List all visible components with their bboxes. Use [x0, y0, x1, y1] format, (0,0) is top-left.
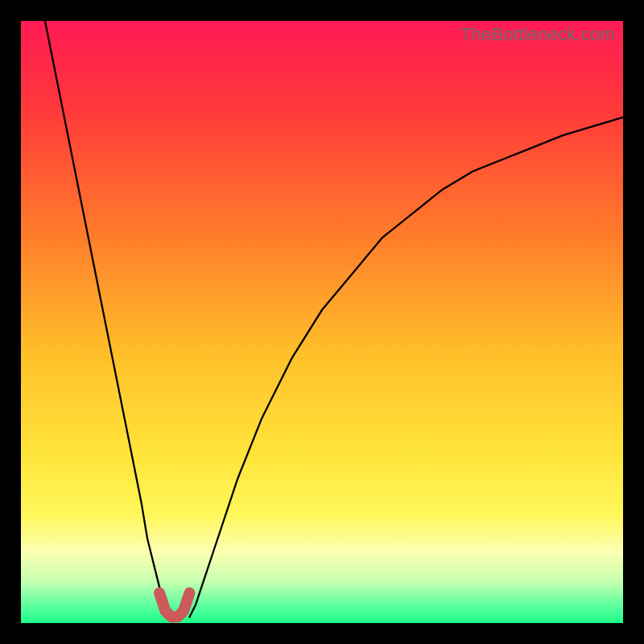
chart-curves [21, 21, 623, 623]
left-curve [45, 21, 171, 617]
valley-highlight [159, 593, 189, 617]
right-curve [189, 118, 623, 617]
watermark-text: TheBottleneck.com [460, 24, 615, 45]
chart-frame: TheBottleneck.com [21, 21, 623, 623]
